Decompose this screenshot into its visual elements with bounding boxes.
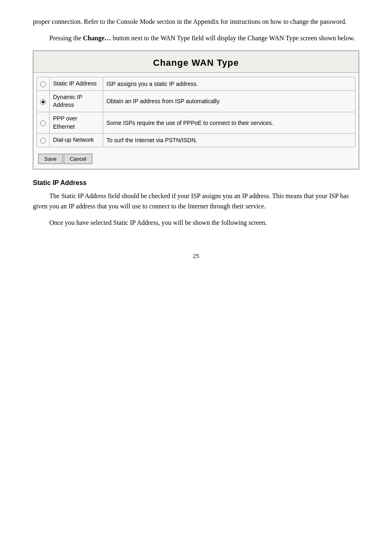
section-para2: Once you have selected Static IP Address… [33, 217, 359, 228]
wan-option-row[interactable]: Dial-up NetworkTo surf the Internet via … [37, 134, 355, 147]
radio-button-2[interactable] [40, 120, 46, 126]
wan-option-row[interactable]: Static IP AddressISP assigns you a stati… [37, 77, 355, 91]
radio-cell-3[interactable] [37, 134, 50, 147]
page-number: 25 [33, 253, 359, 259]
section-heading: Static IP Address [33, 179, 359, 187]
cancel-button[interactable]: Cancel [64, 154, 92, 164]
wan-label-1: Dynamic IPAddress [50, 90, 103, 112]
wan-label-0: Static IP Address [50, 77, 103, 91]
wan-desc-2: Some ISPs require the use of PPPoE to co… [103, 112, 355, 133]
radio-cell-1[interactable] [37, 90, 50, 112]
wan-desc-3: To surf the Internet via PSTN/ISDN. [103, 134, 355, 147]
wan-label-2: PPP overEthernet [50, 112, 103, 133]
wan-option-row[interactable]: PPP overEthernetSome ISPs require the us… [37, 112, 355, 133]
wan-desc-0: ISP assigns you a static IP address. [103, 77, 355, 91]
change-wan-type-dialog: Change WAN Type Static IP AddressISP ass… [33, 51, 359, 169]
dialog-title: Change WAN Type [33, 51, 359, 73]
wan-label-3: Dial-up Network [50, 134, 103, 147]
radio-button-1[interactable] [40, 99, 46, 105]
intro-para1: proper connection. Refer to the Console … [33, 16, 359, 27]
wan-desc-1: Obtain an IP address from ISP automatica… [103, 90, 355, 112]
wan-option-row[interactable]: Dynamic IPAddressObtain an IP address fr… [37, 90, 355, 112]
radio-button-0[interactable] [40, 81, 46, 87]
radio-cell-0[interactable] [37, 77, 50, 91]
dialog-footer: Save Cancel [33, 150, 359, 169]
radio-cell-2[interactable] [37, 112, 50, 133]
dialog-body: Static IP AddressISP assigns you a stati… [33, 73, 359, 150]
radio-button-3[interactable] [40, 138, 46, 143]
wan-options-table: Static IP AddressISP assigns you a stati… [37, 77, 355, 147]
section-para1: The Static IP Address field should be ch… [33, 191, 359, 212]
intro-para2: Pressing the Change… button next to the … [33, 33, 359, 44]
save-button[interactable]: Save [38, 154, 63, 164]
